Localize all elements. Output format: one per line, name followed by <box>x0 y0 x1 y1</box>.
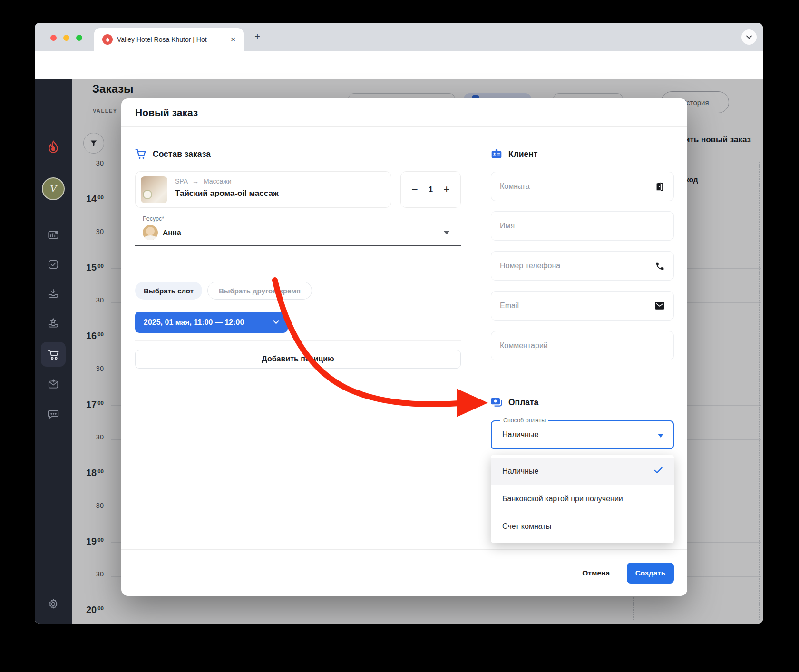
breadcrumb-arrow-icon: → <box>192 177 199 185</box>
divider <box>135 340 461 341</box>
name-placeholder: Имя <box>500 222 515 230</box>
choose-other-time-button[interactable]: Выбрать другое время <box>207 282 312 300</box>
resource-avatar <box>143 225 158 240</box>
payment-icon <box>490 396 503 409</box>
resource-label: Ресурс* <box>143 215 164 222</box>
order-item-card[interactable]: SPA → Массажи Тайский арома-oil массаж <box>135 171 391 208</box>
slot-chip-label: 2025, 01 мая, 11:00 — 12:00 <box>144 318 244 327</box>
selected-slot-chip[interactable]: 2025, 01 мая, 11:00 — 12:00 <box>135 312 288 333</box>
quantity-stepper: − 1 + <box>400 171 461 208</box>
room-field[interactable]: Комната <box>491 172 674 201</box>
payment-method-value: Наличные <box>502 430 538 439</box>
phone-field[interactable]: Номер телефона <box>491 251 674 281</box>
payment-option-label: Наличные <box>502 467 538 476</box>
add-position-button[interactable]: Добавить позицию <box>135 350 461 369</box>
select-caret-icon <box>658 434 663 438</box>
new-order-modal: Новый заказ Состав заказа SPA → Массажи … <box>121 98 687 596</box>
choose-other-time-label: Выбрать другое время <box>219 287 301 295</box>
cart-icon <box>135 148 147 160</box>
email-field[interactable]: Email <box>491 291 674 321</box>
item-name: Тайский арома-oil массаж <box>175 189 279 198</box>
mail-icon <box>654 302 665 310</box>
modal-title: Новый заказ <box>135 107 198 118</box>
choose-slot-button[interactable]: Выбрать слот <box>135 282 202 300</box>
quantity-plus-button[interactable]: + <box>442 183 451 196</box>
payment-method-label: Способ оплаты <box>500 417 548 424</box>
payment-method-select[interactable]: Способ оплаты Наличные <box>491 420 674 449</box>
browser-window: Valley Hotel Rosa Khutor | Hot ✕ + my.ho… <box>35 23 763 624</box>
quantity-value: 1 <box>429 185 433 194</box>
resource-underline <box>135 245 461 246</box>
chevron-down-icon <box>273 320 279 324</box>
item-breadcrumb: SPA → Массажи <box>175 177 232 185</box>
item-thumbnail <box>141 176 167 203</box>
door-icon <box>654 181 665 192</box>
client-icon <box>490 148 503 160</box>
item-category: SPA <box>175 177 187 185</box>
payment-option-label: Банковской картой при получении <box>502 495 623 503</box>
check-icon <box>654 467 663 476</box>
order-items-section-title: Состав заказа <box>153 149 211 159</box>
modal-footer: Отмена Создать <box>121 549 687 596</box>
create-button[interactable]: Создать <box>627 563 674 584</box>
payment-option[interactable]: Банковской картой при получении <box>491 485 674 513</box>
resource-caret-icon[interactable] <box>444 231 449 234</box>
add-position-label: Добавить позицию <box>262 355 334 363</box>
payment-option-label: Счет комнаты <box>502 522 551 531</box>
comment-placeholder: Комментарий <box>500 341 548 350</box>
payment-section-title: Оплата <box>508 398 538 408</box>
modal-header-divider <box>121 126 687 127</box>
phone-icon <box>655 261 665 271</box>
email-placeholder: Email <box>500 302 519 310</box>
room-placeholder: Комната <box>500 182 530 191</box>
cancel-button[interactable]: Отмена <box>582 569 610 577</box>
resource-name: Анна <box>163 228 181 237</box>
name-field[interactable]: Имя <box>491 211 674 241</box>
quantity-minus-button[interactable]: − <box>410 183 419 196</box>
comment-field[interactable]: Комментарий <box>491 331 674 360</box>
payment-option[interactable]: Счет комнаты <box>491 513 674 540</box>
phone-placeholder: Номер телефона <box>500 262 560 270</box>
payment-option[interactable]: Наличные <box>491 458 674 485</box>
choose-slot-label: Выбрать слот <box>144 287 194 295</box>
client-section-title: Клиент <box>508 149 537 159</box>
item-subcategory: Массажи <box>204 177 232 185</box>
payment-method-dropdown: НаличныеБанковской картой при полученииС… <box>491 455 674 543</box>
divider <box>135 270 461 270</box>
